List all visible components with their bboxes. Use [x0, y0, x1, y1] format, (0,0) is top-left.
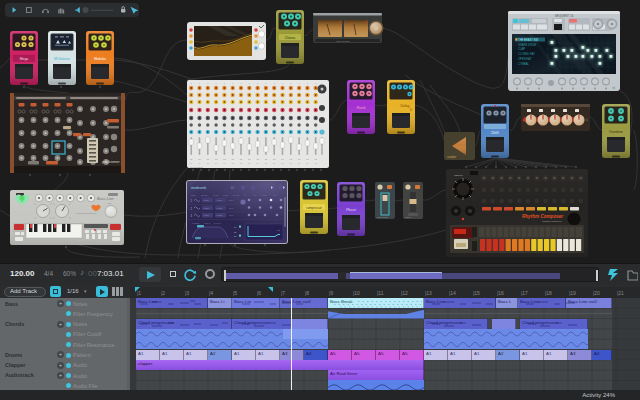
svg-text:0.375: 0.375	[217, 207, 223, 209]
svg-text:2.4kHz: 2.4kHz	[214, 222, 221, 224]
svg-text:Chorus: Chorus	[285, 36, 296, 40]
svg-text:compressor: compressor	[306, 206, 322, 210]
svg-text:Modular: Modular	[94, 57, 107, 61]
svg-text:50%: 50%	[229, 199, 233, 201]
svg-text:tube preamp: tube preamp	[336, 40, 350, 43]
svg-text:0.250: 0.250	[204, 207, 210, 209]
svg-text:THE BEAST 808: THE BEAST 808	[518, 38, 539, 42]
svg-text:SEQUENT 16: SEQUENT 16	[555, 14, 574, 18]
svg-text:Rock: Rock	[356, 105, 366, 110]
svg-text:0.375: 0.375	[217, 214, 223, 216]
svg-text:MOD: MOD	[262, 194, 268, 196]
svg-text:LEVEL: LEVEL	[201, 194, 209, 196]
svg-text:Bass Line: Bass Line	[97, 197, 114, 201]
svg-text:polykromer: polykromer	[102, 160, 121, 164]
svg-text:0.250: 0.250	[204, 214, 210, 216]
svg-text:SNARE DRUM: SNARE DRUM	[518, 43, 537, 47]
svg-text:0.375: 0.375	[217, 199, 223, 201]
svg-text:modoverb: modoverb	[191, 186, 206, 190]
svg-text:trk: trk	[190, 162, 192, 164]
svg-text:Mega: Mega	[20, 57, 29, 61]
svg-text:SIZE: SIZE	[223, 194, 228, 196]
svg-text:sampler: sampler	[447, 155, 456, 159]
svg-text:VOL: VOL	[107, 202, 112, 204]
svg-text:CYMBAL: CYMBAL	[518, 62, 530, 66]
svg-text:SRC: SRC	[191, 194, 196, 196]
svg-text:Delay: Delay	[400, 104, 409, 108]
svg-text:0.250: 0.250	[204, 199, 210, 201]
svg-text:CLOSED HAT: CLOSED HAT	[518, 52, 535, 56]
svg-text:mixermatic16: mixermatic16	[190, 166, 204, 168]
svg-text:TEMPO: TEMPO	[454, 174, 463, 177]
svg-text:Overdrive: Overdrive	[609, 130, 623, 134]
svg-text:computer controlled: computer controlled	[542, 220, 562, 222]
svg-text:fader.mod: fader.mod	[377, 216, 388, 219]
svg-text:120Hz: 120Hz	[204, 222, 210, 224]
svg-text:50%: 50%	[229, 214, 233, 216]
svg-text:MOdulator: MOdulator	[54, 57, 71, 61]
svg-text:FILTER: FILTER	[192, 222, 200, 224]
svg-text:OPEN HAT: OPEN HAT	[518, 57, 532, 61]
svg-text:fader: fader	[405, 216, 411, 219]
svg-text:50%: 50%	[229, 207, 233, 209]
svg-text:HP: HP	[253, 194, 257, 196]
svg-text:Computer Controlled: Computer Controlled	[76, 212, 97, 214]
svg-text:Rhythm Composer: Rhythm Composer	[522, 214, 563, 219]
svg-text:TIME: TIME	[213, 194, 219, 196]
svg-text:dj: dj	[612, 85, 615, 90]
svg-text:DbG: DbG	[491, 131, 499, 135]
svg-text:Phase: Phase	[346, 208, 356, 212]
svg-text:CLAP: CLAP	[518, 47, 525, 51]
svg-text:MIX: MIX	[273, 194, 277, 196]
svg-text:DAMP: DAMP	[233, 194, 240, 196]
